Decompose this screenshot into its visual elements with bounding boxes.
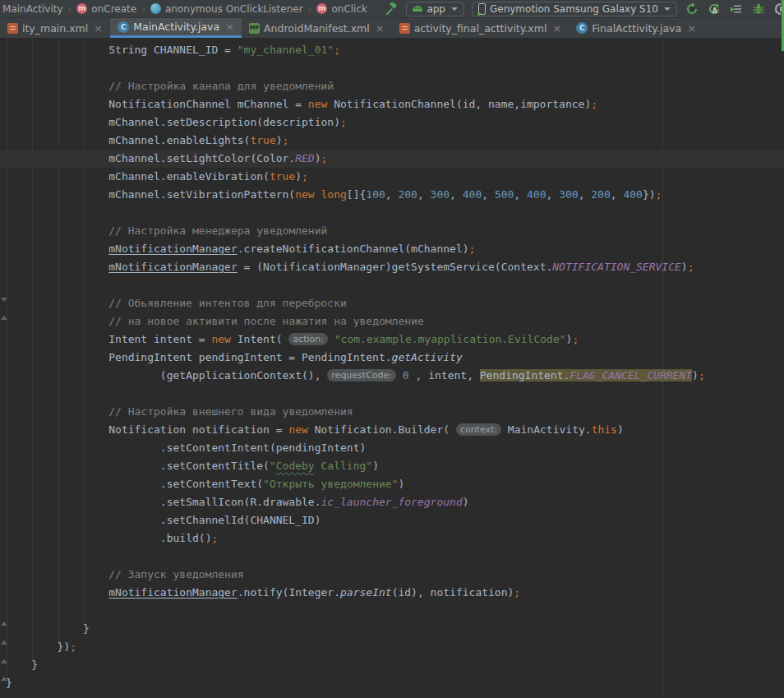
close-tab-icon[interactable]: × <box>225 21 234 32</box>
rerun-button[interactable] <box>685 2 699 16</box>
device-label: Genymotion Samsung Galaxy S10 <box>490 3 658 15</box>
close-tab-icon[interactable]: × <box>687 23 696 34</box>
java-class-icon: C <box>576 22 588 34</box>
breadcrumb-item[interactable]: anonymous OnClickListener <box>165 3 303 15</box>
tab-label: MainActivity.java <box>133 21 219 33</box>
code-line[interactable] <box>0 385 784 403</box>
code-line[interactable]: // Настройка внешнего вида уведомления <box>0 403 784 421</box>
xml-red-icon <box>399 23 410 34</box>
breadcrumb-separator: › <box>141 3 145 15</box>
tab-AndroidManifest.xml[interactable]: MFAndroidManifest.xml× <box>242 18 392 38</box>
code-line[interactable]: mChannel.setVibrationPattern(new long[]{… <box>0 186 784 204</box>
manifest-icon: MF <box>249 23 260 34</box>
profiler-list-icon[interactable] <box>729 2 744 16</box>
code-line[interactable]: Intent intent = new Intent( action: "com… <box>0 331 784 349</box>
tab-activity_final_acttivity.xml[interactable]: activity_final_acttivity.xml× <box>392 18 570 38</box>
fold-marker[interactable] <box>1 622 7 626</box>
fold-marker[interactable] <box>1 298 7 302</box>
tab-MainActivity.java[interactable]: CMainActivity.java× <box>110 18 242 38</box>
code-line[interactable]: mNotificationManager.notify(Integer.pars… <box>0 584 784 602</box>
close-tab-icon[interactable]: × <box>376 23 385 34</box>
device-phone-icon <box>478 3 486 15</box>
code-line[interactable]: .setContentTitle("Codeby Calling") <box>0 457 784 475</box>
parameter-hint: requestCode: <box>327 369 396 381</box>
code-line[interactable]: mNotificationManager = (NotificationMana… <box>0 258 784 276</box>
code-line[interactable]: Notification notification = new Notifica… <box>0 421 784 439</box>
close-tab-icon[interactable]: × <box>552 23 561 34</box>
android-studio-window: MainActivity›monCreate›anonymous OnClick… <box>0 0 784 698</box>
xml-red-icon <box>7 23 18 34</box>
parameter-hint: action: <box>288 333 328 345</box>
code-line[interactable]: // на новое активити после нажатия на ув… <box>0 312 784 331</box>
device-selector[interactable]: Genymotion Samsung Galaxy S10 <box>472 2 677 16</box>
tab-label: activity_final_acttivity.xml <box>414 22 547 35</box>
code-line[interactable] <box>0 548 784 566</box>
code-line[interactable]: .build(); <box>0 529 784 548</box>
close-tab-icon[interactable]: × <box>94 23 103 34</box>
code-line[interactable]: PendingIntent pendingIntent = PendingInt… <box>0 349 784 367</box>
code-line[interactable]: } <box>0 674 784 692</box>
fold-marker[interactable] <box>1 659 7 663</box>
java-class-icon: C <box>118 21 129 33</box>
method-icon: m <box>316 3 327 14</box>
build-hammer-icon[interactable] <box>384 2 399 16</box>
tab-ity_main.xml[interactable]: ity_main.xml× <box>0 18 110 38</box>
code-line[interactable]: .setChannelId(CHANNEL_ID) <box>0 511 784 529</box>
code-line[interactable]: } <box>0 656 784 674</box>
breadcrumb-item[interactable]: onCreate <box>91 3 136 15</box>
svg-text:A: A <box>713 7 718 15</box>
debug-bug-icon[interactable] <box>751 2 766 16</box>
editor-tabs: ity_main.xml×CMainActivity.java×MFAndroi… <box>0 18 784 38</box>
android-icon <box>413 6 422 12</box>
chevron-down-icon <box>451 7 458 11</box>
fold-marker[interactable] <box>1 640 7 645</box>
code-line[interactable]: // Обьявление интентов для переброски <box>0 294 784 312</box>
breadcrumb: MainActivity›monCreate›anonymous OnClick… <box>0 3 367 15</box>
breadcrumb-separator: › <box>308 3 312 15</box>
code-line[interactable]: mChannel.setDescription(description); <box>0 113 784 132</box>
code-line[interactable] <box>0 276 784 294</box>
tab-label: AndroidManifest.xml <box>264 22 370 35</box>
code-line[interactable]: }); <box>0 638 784 656</box>
code-line[interactable]: mChannel.setLightColor(Color.RED); <box>0 150 784 168</box>
tab-FinalActtivity.java[interactable]: CFinalActtivity.java× <box>569 18 703 38</box>
run-toolbar: app Genymotion Samsung Galaxy S10 <box>384 0 784 18</box>
code-line[interactable]: mNotificationManager.createNotificationC… <box>0 240 784 258</box>
code-line[interactable]: NotificationChannel mChannel = new Notif… <box>0 95 784 113</box>
code-line[interactable]: .setSmallIcon(R.drawable.ic_launcher_for… <box>0 493 784 511</box>
code-line[interactable]: (getApplicationContext(), requestCode: 0… <box>0 367 784 385</box>
code-line[interactable]: .setContentIntent(pendingIntent) <box>0 439 784 457</box>
anonymous-class-icon <box>150 3 161 14</box>
code-line[interactable] <box>0 602 784 620</box>
navigation-bar: MainActivity›monCreate›anonymous OnClick… <box>0 0 784 18</box>
breadcrumb-item[interactable]: onClick <box>331 3 367 15</box>
breadcrumb-item[interactable]: MainActivity <box>2 3 63 15</box>
apply-code-changes-button[interactable]: A <box>707 2 722 16</box>
code-line[interactable]: String CHANNEL_ID = "my_channel_01"; <box>0 41 784 59</box>
code-line[interactable]: // Настройка канала для уведомлений <box>0 77 784 95</box>
tab-label: FinalActtivity.java <box>592 22 681 35</box>
parameter-hint: context: <box>456 423 501 436</box>
run-config-label: app <box>427 3 445 15</box>
tab-label: ity_main.xml <box>22 22 88 35</box>
code-line[interactable] <box>0 59 784 77</box>
breadcrumb-separator: › <box>68 3 72 15</box>
code-line[interactable]: // Запуск уведомления <box>0 566 784 584</box>
code-line[interactable]: .setContentText("Открыть уведомление") <box>0 475 784 493</box>
code-editor[interactable]: String CHANNEL_ID = "my_channel_01"; // … <box>0 38 784 698</box>
fold-marker[interactable] <box>1 677 7 681</box>
run-config-selector[interactable]: app <box>406 2 464 16</box>
method-icon: m <box>76 3 87 14</box>
code-line[interactable]: } <box>0 620 784 638</box>
code-line[interactable]: mChannel.enableVibration(true); <box>0 168 784 186</box>
code-line[interactable]: // Настройка менеджера уведомлений <box>0 222 784 240</box>
code-line[interactable] <box>0 204 784 222</box>
fold-marker[interactable] <box>1 316 7 320</box>
code-line[interactable]: mChannel.enableLights(true); <box>0 132 784 150</box>
chevron-down-icon <box>664 7 671 11</box>
